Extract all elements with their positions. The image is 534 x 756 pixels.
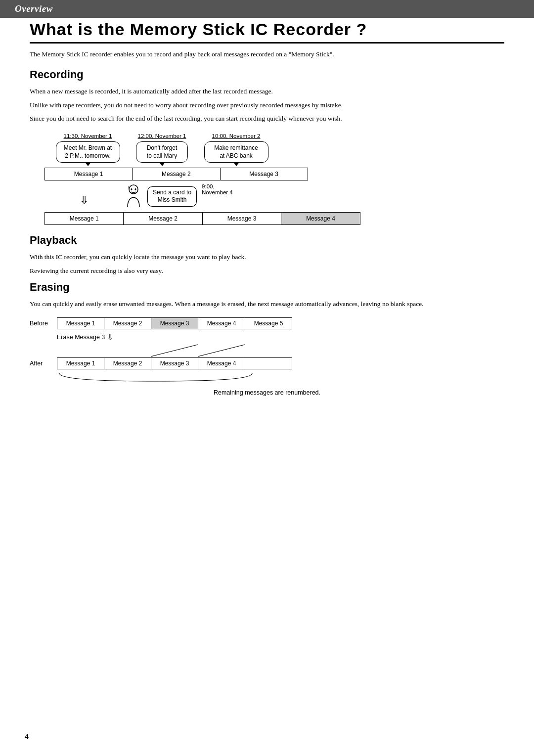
svg-point-1 (131, 188, 133, 190)
bubble-3: Make remittance at ABC bank (204, 141, 268, 163)
row2-msg4: Message 4 (281, 213, 360, 225)
svg-line-3 (151, 345, 198, 356)
recording-diagram: 11:30, November 1 Meet Mr. Brown at 2 P.… (44, 133, 504, 225)
page-title: What is the Memory Stick IC Recorder ? (30, 20, 504, 44)
row2-message-table: Message 1 Message 2 Message 3 Message 4 (44, 212, 386, 225)
row1-message-table: Message 1 Message 2 Message 3 (44, 168, 336, 180)
playback-heading: Playback (30, 234, 504, 247)
before-table: Message 1 Message 2 Message 3 Message 4 … (57, 317, 292, 329)
row2-msg3: Message 3 (202, 213, 281, 225)
before-msg3: Message 3 (151, 318, 198, 329)
new-message-area: Send a card to Miss Smith 9:00, November… (124, 183, 504, 209)
svg-point-2 (135, 188, 136, 190)
row1-msg1: Message 1 (45, 168, 133, 180)
recording-para-1: When a new message is recorded, it is au… (30, 86, 504, 97)
before-row: Before Message 1 Message 2 Message 3 Mes… (30, 317, 504, 329)
timestamp-3: 10:00, November 2 (212, 133, 261, 139)
bracket-svg (57, 372, 319, 383)
after-empty (245, 358, 292, 369)
new-message-bubble: Send a card to Miss Smith (147, 186, 197, 207)
before-msg4: Message 4 (198, 318, 245, 329)
after-table: Message 1 Message 2 Message 3 Message 4 (57, 357, 292, 369)
after-msg1: Message 1 (57, 358, 104, 369)
erase-note: Erase Message 3 ⇩ (57, 332, 504, 342)
row1-msg3: Message 3 (220, 168, 308, 180)
row1-msg2: Message 2 (133, 168, 220, 180)
timestamp-2: 12:00, November 1 (138, 133, 186, 139)
overview-bar: Overview (0, 0, 534, 18)
row2-empty (360, 213, 386, 225)
page-number: 4 (25, 732, 29, 741)
erasing-diagram: Before Message 1 Message 2 Message 3 Mes… (30, 317, 504, 396)
after-label: After (30, 360, 57, 367)
before-label: Before (30, 320, 57, 327)
recording-para-3: Since you do not need to search for the … (30, 113, 504, 124)
before-msg1: Message 1 (57, 318, 104, 329)
before-msg2: Message 2 (104, 318, 151, 329)
recording-para-2: Unlike with tape recorders, you do not n… (30, 100, 504, 111)
second-diagram-row: ⇩ (44, 183, 504, 209)
person-icon (124, 183, 143, 209)
svg-line-4 (198, 345, 245, 356)
playback-para-1: With this IC recorder, you can quickly l… (30, 252, 504, 263)
overview-label: Overview (0, 3, 53, 14)
intro-paragraph: The Memory Stick IC recorder enables you… (30, 49, 504, 59)
erasing-heading: Erasing (30, 281, 504, 294)
row2-msg2: Message 2 (124, 213, 202, 225)
erasing-para-1: You can quickly and easily erase unwante… (30, 299, 504, 310)
row2-msg1: Message 1 (45, 213, 124, 225)
new-message-date: 9:00, November 4 (202, 183, 233, 195)
after-row: After Message 1 Message 2 Message 3 Mess… (30, 357, 504, 369)
timestamp-1: 11:30, November 1 (64, 133, 112, 139)
after-msg4: Message 4 (198, 358, 245, 369)
row1-empty (308, 168, 336, 180)
erase-arrow-icon: ⇩ (107, 332, 113, 342)
after-msg3: Message 3 (151, 358, 198, 369)
erase-lines-svg (57, 344, 314, 357)
bubble-2: Don't forget to call Mary (136, 141, 188, 163)
recording-heading: Recording (30, 68, 504, 81)
after-msg2: Message 2 (104, 358, 151, 369)
down-arrow-col: ⇩ (44, 186, 124, 207)
playback-para-2: Reviewing the current recording is also … (30, 266, 504, 276)
bubble-1: Meet Mr. Brown at 2 P.M.. tomorrow. (56, 141, 120, 163)
before-msg5: Message 5 (245, 318, 292, 329)
remaining-note: Remaining messages are renumbered. (30, 389, 504, 396)
